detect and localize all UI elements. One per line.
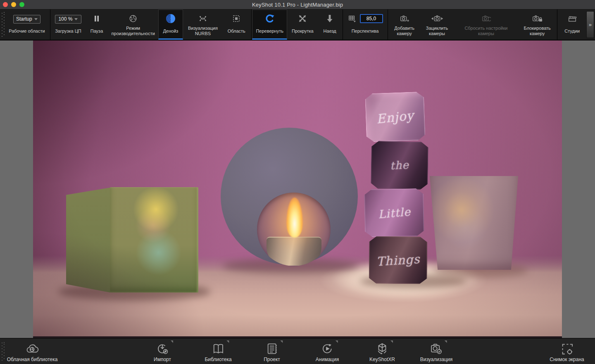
chevron-down-icon	[74, 18, 78, 20]
nurbs-curves-icon	[198, 13, 207, 24]
dock-label: Библиотека	[205, 357, 231, 362]
toolbar-separator	[50, 10, 50, 40]
reset-camera-button: Сбросить настройки камеры	[454, 10, 518, 40]
pause-button[interactable]: Пауза	[85, 10, 108, 40]
screenshot-icon	[560, 340, 574, 356]
denoise-label: Денойз	[163, 24, 178, 38]
region-icon	[232, 13, 240, 24]
studios-clapper-icon	[567, 13, 577, 24]
lock-camera-label: Блокировать камеру	[522, 24, 553, 38]
pause-label: Пауза	[90, 24, 103, 38]
pan-label: Прокрутка	[292, 24, 314, 38]
cycle-cameras-icon	[431, 13, 444, 24]
import-icon	[155, 340, 169, 356]
performance-mode-button[interactable]: Режим производительности	[108, 10, 158, 40]
region-button[interactable]: Область	[223, 10, 250, 40]
titlebar: KeyShot 10.1 Pro - LightManager.bip	[0, 0, 595, 10]
dock-item-cloud-library[interactable]: Облачная библиотека	[7, 340, 58, 362]
vignette	[33, 40, 562, 338]
region-label: Область	[228, 24, 245, 38]
add-camera-icon	[400, 13, 409, 24]
realtime-render-viewport[interactable]: Enjoy the Little Things	[33, 40, 562, 338]
toolbar-separator	[557, 10, 557, 40]
viewport-area: Enjoy the Little Things	[0, 40, 595, 338]
cycle-cameras-button[interactable]: Зациклить камеры	[420, 10, 454, 40]
dolly-arrow-icon	[326, 13, 334, 24]
dock-label: KeyShotXR	[369, 357, 395, 362]
dock-label: Анимация	[316, 357, 339, 362]
animation-icon	[320, 340, 334, 356]
cpu-load-selector[interactable]: 100 % Загрузка ЦП	[51, 10, 85, 40]
dock-drag-handle[interactable]	[2, 342, 5, 361]
toolbar-drag-handle[interactable]	[1, 12, 5, 37]
studios-button[interactable]: Студии	[558, 10, 586, 40]
main-toolbar: Startup Рабочие области 100 % Загрузка Ц…	[0, 10, 595, 40]
denoise-icon	[166, 13, 175, 24]
dock-item-library[interactable]: Библиотека	[205, 340, 231, 362]
tumble-label: Перевернуть	[256, 24, 283, 38]
workspace-value: Startup	[16, 16, 32, 22]
dolly-button[interactable]: Наезд	[318, 10, 342, 40]
tearoff-arrow-icon	[226, 340, 229, 343]
dock-item-keyshotxr[interactable]: KeyShotXR	[369, 340, 395, 362]
reset-camera-icon	[481, 13, 491, 24]
performance-mode-label: Режим производительности	[112, 24, 155, 38]
toolbar-separator	[388, 10, 388, 40]
cpu-load-value: 100 %	[58, 16, 72, 22]
dock-label: Импорт	[154, 357, 171, 362]
dock-label: Проект	[264, 357, 280, 362]
nurbs-button[interactable]: Визуализация NURBS	[183, 10, 223, 40]
window-title: KeyShot 10.1 Pro - LightManager.bip	[252, 2, 343, 8]
chevron-down-icon	[34, 18, 38, 20]
dock-item-render[interactable]: Визуализация	[420, 340, 453, 362]
cycle-cameras-label: Зациклить камеры	[424, 24, 450, 38]
dock-label: Облачная библиотека	[7, 357, 58, 362]
perspective-grid-icon	[347, 14, 357, 23]
toolbar-separator	[343, 10, 343, 40]
overflow-chevrons: »	[589, 21, 592, 28]
toolbar-separator	[251, 10, 252, 40]
pause-icon	[93, 13, 101, 24]
tearoff-arrow-icon	[336, 340, 338, 343]
nurbs-label: Визуализация NURBS	[186, 24, 219, 38]
close-window-button[interactable]	[3, 2, 8, 7]
dock-item-animation[interactable]: Анимация	[316, 340, 339, 362]
zoom-window-button[interactable]	[19, 2, 24, 7]
tearoff-arrow-icon	[280, 340, 283, 343]
workspace-selector[interactable]: Startup Рабочие области	[5, 10, 49, 40]
cloud-library-icon	[25, 340, 40, 356]
traffic-lights	[3, 2, 24, 7]
library-book-icon	[211, 340, 225, 356]
dock-item-project[interactable]: Проект	[264, 340, 280, 362]
cpu-load-dropdown[interactable]: 100 %	[55, 15, 81, 24]
studios-label: Студии	[564, 24, 580, 38]
pan-button[interactable]: Прокрутка	[287, 10, 318, 40]
minimize-window-button[interactable]	[11, 2, 16, 7]
cpu-load-label: Загрузка ЦП	[55, 24, 81, 38]
keyshotxr-icon	[375, 340, 389, 356]
tumble-button[interactable]: Перевернуть	[252, 10, 287, 40]
dock-label: Снимок экрана	[550, 357, 584, 362]
add-camera-button[interactable]: Добавить камеру	[388, 10, 420, 40]
perspective-label: Перспектива	[352, 24, 379, 38]
toolbar-overflow-button[interactable]: »	[586, 11, 594, 38]
workspace-label: Рабочие области	[9, 24, 45, 38]
performance-mode-icon	[129, 13, 138, 24]
pan-arrows-icon	[298, 13, 307, 24]
tearoff-arrow-icon	[390, 340, 393, 343]
workspace-dropdown[interactable]: Startup	[13, 15, 40, 24]
project-icon	[265, 340, 279, 356]
tearoff-arrow-icon	[171, 340, 173, 343]
dock-item-screenshot[interactable]: Снимок экрана	[550, 340, 584, 362]
lock-camera-button[interactable]: Блокировать камеру	[519, 10, 556, 40]
perspective-field[interactable]	[360, 14, 383, 23]
dock-item-import[interactable]: Импорт	[154, 340, 171, 362]
denoise-button[interactable]: Денойз	[158, 10, 183, 40]
tearoff-arrow-icon	[445, 340, 447, 343]
perspective-control: Перспектива	[343, 10, 386, 40]
render-camera-icon	[429, 340, 443, 356]
bottom-toolbar: Облачная библиотека Импорт Библиотека	[0, 338, 595, 364]
lock-camera-icon	[532, 13, 543, 24]
reset-camera-label: Сбросить настройки камеры	[457, 24, 515, 38]
add-camera-label: Добавить камеру	[392, 24, 416, 38]
